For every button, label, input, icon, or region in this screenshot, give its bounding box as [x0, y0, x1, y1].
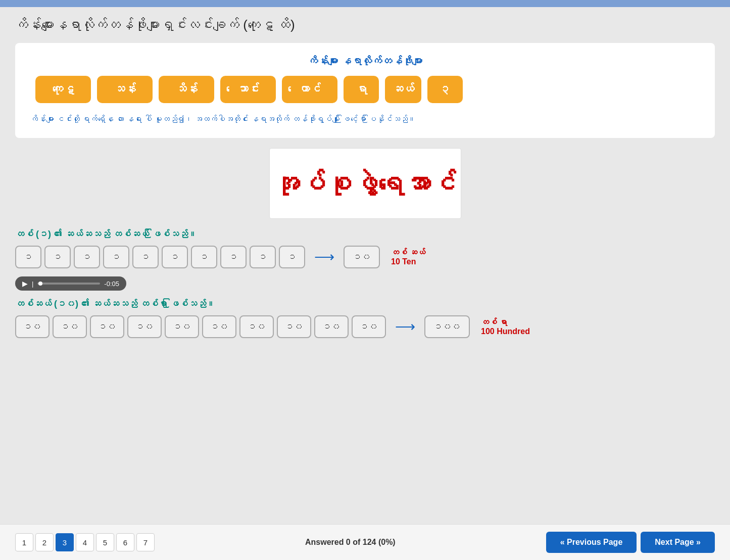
- page-btn-7[interactable]: 7: [136, 533, 155, 551]
- section1-counting-row: ၁ ၁ ၁ ၁ ၁ ၁ ၁ ၁ ၁ ၁ ⟶ ၁၀ တစ် ဆယ် 10 Ten: [15, 246, 715, 268]
- count-box-s1-2: ၁: [74, 246, 100, 268]
- count-box-s1-8: ၁: [250, 246, 276, 268]
- count-box-s1-4: ၁: [132, 246, 159, 268]
- result-text-s1: တစ် ဆယ်: [391, 248, 425, 257]
- count-box-s2-1: ၁၀: [53, 315, 87, 338]
- audio-progress-bar[interactable]: [37, 283, 100, 285]
- count-box-s2-2: ၁၀: [90, 315, 124, 338]
- section1-label: တစ် (၁) ၏ ဆယ်ဆသည် တစ်ဆယ် ဖြစ်သည်။: [15, 229, 715, 240]
- page-title: ကိန်းများနေရာလိုက်တန်ဖိုးများရှင်းလင်းချ…: [0, 7, 730, 38]
- category-button-0[interactable]: ကုဋေ: [35, 76, 91, 103]
- result-label-s2: တစ် ရာ 100 Hundred: [481, 318, 530, 336]
- page-btn-2[interactable]: 2: [35, 533, 54, 551]
- myanmar-big-text: အုပ်စုဖွဲ့ရအောင်: [273, 168, 457, 199]
- result-label-s1: တစ် ဆယ် 10 Ten: [391, 248, 425, 266]
- audio-separator: |: [32, 280, 33, 288]
- count-box-s1-9: ၁: [279, 246, 305, 268]
- myanmar-image-box: အုပ်စုဖွဲ့ရအောင်: [269, 148, 461, 219]
- answered-label: Answered 0 of 124 (0%): [155, 538, 546, 547]
- card-title: ကိန်းများ နေရာလိုက်တန်ဖိုးများ: [30, 55, 700, 67]
- count-box-s2-8: ၁၀: [314, 315, 349, 338]
- result-sub-s1: 10 Ten: [391, 257, 425, 266]
- result-box-s2: ၁၀၀: [424, 315, 470, 338]
- count-box-s1-5: ၁: [162, 246, 188, 268]
- page-btn-4[interactable]: 4: [76, 533, 94, 551]
- arrow-icon-s1: ⟶: [314, 249, 334, 265]
- arrow-icon-s2: ⟶: [395, 318, 415, 335]
- category-button-5[interactable]: ရာ: [344, 76, 379, 103]
- bottom-bar: 1 2 3 4 5 6 7 Answered 0 of 124 (0%) « P…: [0, 524, 730, 560]
- result-text-s2: တစ် ရာ: [481, 318, 530, 327]
- page-btn-6[interactable]: 6: [116, 533, 134, 551]
- pagination: 1 2 3 4 5 6 7: [15, 533, 155, 551]
- count-box-s2-7: ၁၀: [277, 315, 311, 338]
- result-box-s1: ၁၀: [344, 246, 380, 268]
- audio-bar-fill: [38, 282, 42, 286]
- count-box-s1-7: ၁: [220, 246, 247, 268]
- count-box-s1-3: ၁: [103, 246, 129, 268]
- page-btn-3[interactable]: 3: [56, 533, 74, 551]
- count-box-s2-6: ၁၀: [239, 315, 274, 338]
- result-sub-s2: 100 Hundred: [481, 327, 530, 336]
- count-box-s1-1: ၁: [44, 246, 71, 268]
- audio-player[interactable]: ▶ | -0:05: [15, 276, 126, 291]
- category-button-row: ကုဋေ သန်း သိန်း သောင်း ထောင် ရာ ဆယ် ၃: [30, 76, 700, 103]
- section2-counting-row: ၁၀ ၁၀ ၁၀ ၁၀ ၁၀ ၁၀ ၁၀ ၁၀ ၁၀ ၁၀ ⟶ ၁၀၀ တစ် …: [15, 315, 715, 338]
- next-page-button[interactable]: Next Page »: [641, 532, 715, 553]
- count-box-s1-6: ၁: [191, 246, 217, 268]
- audio-time: -0:05: [104, 280, 119, 288]
- count-box-s2-5: ၁၀: [202, 315, 236, 338]
- count-box-s2-3: ၁၀: [127, 315, 162, 338]
- prev-page-button[interactable]: « Previous Page: [546, 532, 637, 553]
- count-box-s2-4: ၁၀: [165, 315, 199, 338]
- category-button-4[interactable]: ထောင်: [282, 76, 337, 103]
- category-button-7[interactable]: ၃: [427, 76, 463, 103]
- count-box-s2-9: ၁၀: [352, 315, 386, 338]
- image-container: အုပ်စုဖွဲ့ရအောင်: [15, 148, 715, 219]
- nav-buttons: « Previous Page Next Page »: [546, 532, 715, 553]
- category-button-6[interactable]: ဆယ်: [385, 76, 421, 103]
- category-button-3[interactable]: သောင်း: [220, 76, 276, 103]
- category-button-2[interactable]: သိန်း: [159, 76, 214, 103]
- play-icon[interactable]: ▶: [22, 279, 28, 288]
- page-btn-5[interactable]: 5: [96, 533, 114, 551]
- main-content: ကိန်းများ နေရာလိုက်တန်ဖိုးများ ကုဋေ သန်း…: [0, 38, 730, 351]
- count-box-s2-0: ၁၀: [15, 315, 50, 338]
- section2-label: တစ်ဆယ် (၁၀) ၏ ဆယ်ဆသည် တစ်ရာ ဖြစ်သည်။: [15, 299, 715, 309]
- category-button-1[interactable]: သန်း: [97, 76, 153, 103]
- page-btn-1[interactable]: 1: [15, 533, 33, 551]
- info-card: ကိန်းများ နေရာလိုက်တန်ဖိုးများ ကုဋေ သန်း…: [15, 43, 715, 138]
- top-bar: [0, 0, 730, 7]
- count-box-s1-0: ၁: [15, 246, 41, 268]
- card-description: ကိန်းများ ငင်းတို့ ရောက်ရှိနေ သော နေရာ ပ…: [30, 112, 700, 126]
